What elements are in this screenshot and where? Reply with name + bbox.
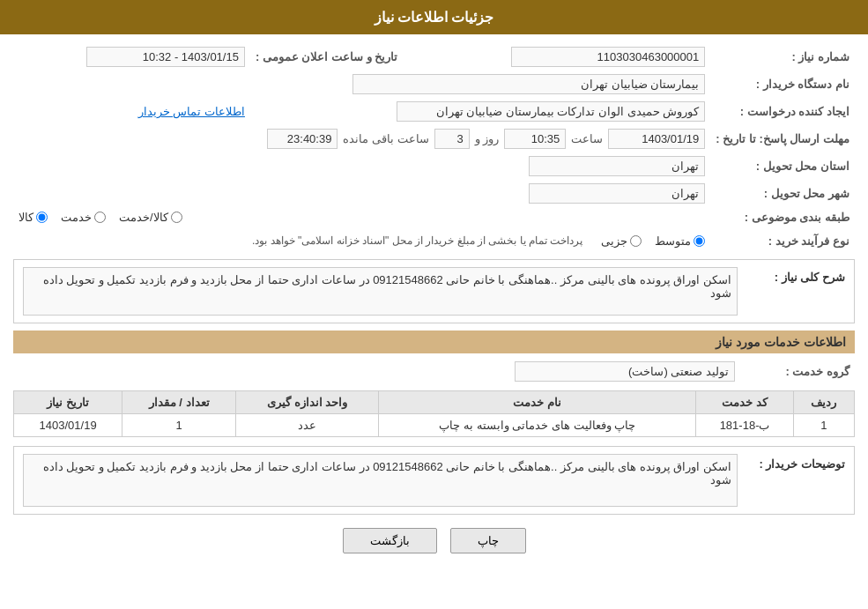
province-value: تهران bbox=[529, 156, 705, 176]
group-value: تولید صنعتی (ساخت) bbox=[515, 361, 735, 382]
cell-unit: عدد bbox=[236, 414, 379, 437]
contact-link[interactable]: اطلاعات تماس خریدار bbox=[138, 105, 245, 118]
city-label: شهر محل تحویل : bbox=[710, 180, 855, 207]
category-label: طبقه بندی موضوعی : bbox=[710, 207, 855, 227]
order-number-label: شماره نیاز : bbox=[710, 43, 855, 71]
response-day-label: روز و bbox=[475, 132, 500, 145]
table-row: 1 ب-18-181 چاپ وفعالیت های خدماتی وابسته… bbox=[14, 414, 855, 437]
cell-code: ب-18-181 bbox=[696, 414, 794, 437]
col-date: تاریخ نیاز bbox=[14, 391, 122, 414]
col-name: نام خدمت bbox=[379, 391, 696, 414]
buyer-org-value: بیمارستان ضیابیان تهران bbox=[352, 74, 705, 94]
buyer-desc-label: توضیحات خریدار : bbox=[739, 454, 845, 507]
announce-date-label: تاریخ و ساعت اعلان عمومی : bbox=[250, 43, 424, 71]
col-row: ردیف bbox=[793, 391, 854, 414]
group-label: گروه خدمت : bbox=[740, 358, 855, 385]
buyer-desc-section: توضیحات خریدار : اسکن اوراق پرونده های ب… bbox=[13, 446, 855, 515]
general-desc-label: شرح کلی نیاز : bbox=[739, 267, 845, 316]
response-deadline-label: مهلت ارسال پاسخ: تا تاریخ : bbox=[710, 125, 855, 152]
response-remaining-label: ساعت باقی مانده bbox=[343, 132, 428, 145]
cell-name: چاپ وفعالیت های خدماتی وابسته به چاپ bbox=[379, 414, 696, 437]
province-label: استان محل تحویل : bbox=[710, 152, 855, 180]
buyer-org-label: نام دستگاه خریدار : bbox=[710, 71, 855, 98]
action-buttons: چاپ بازگشت bbox=[13, 528, 855, 553]
process-option-jozii[interactable]: جزیی bbox=[601, 234, 642, 248]
cell-date: 1403/01/19 bbox=[14, 414, 122, 437]
response-remaining-value: 23:40:39 bbox=[267, 129, 338, 149]
announce-date-value: 1403/01/15 - 10:32 bbox=[86, 47, 245, 67]
general-desc-value: اسکن اوراق پرونده های بالینی مرکز ..هماه… bbox=[23, 267, 738, 316]
cell-qty: 1 bbox=[122, 414, 236, 437]
category-option-kala[interactable]: کالا bbox=[19, 211, 48, 224]
buyer-desc-value: اسکن اوراق پرونده های بالینی مرکز ..هماه… bbox=[23, 454, 738, 507]
order-number-value: 1103030463000001 bbox=[511, 47, 705, 67]
back-button[interactable]: بازگشت bbox=[343, 528, 437, 553]
col-qty: تعداد / مقدار bbox=[122, 391, 236, 414]
cell-row: 1 bbox=[793, 414, 854, 437]
service-info-title: اطلاعات خدمات مورد نیاز bbox=[13, 330, 855, 353]
page-header: جزئیات اطلاعات نیاز bbox=[0, 0, 868, 34]
col-unit: واحد اندازه گیری bbox=[236, 391, 379, 414]
page-title: جزئیات اطلاعات نیاز bbox=[375, 10, 494, 25]
response-date-value: 1403/01/19 bbox=[608, 129, 705, 149]
city-value: تهران bbox=[529, 183, 705, 204]
process-note: پرداخت تمام یا بخشی از مبلغ خریدار از مح… bbox=[247, 231, 588, 250]
category-option-khadmat[interactable]: خدمت bbox=[61, 211, 106, 224]
general-desc-section: شرح کلی نیاز : اسکن اوراق پرونده های بال… bbox=[13, 259, 855, 323]
process-label: نوع فرآیند خرید : bbox=[710, 227, 855, 254]
response-days-value: 3 bbox=[434, 129, 470, 149]
category-option-kala-khadmat[interactable]: کالا/خدمت bbox=[119, 211, 182, 224]
col-code: کد خدمت bbox=[696, 391, 794, 414]
response-time-value: 10:35 bbox=[504, 129, 566, 149]
response-time-label: ساعت bbox=[571, 132, 603, 145]
print-button[interactable]: چاپ bbox=[450, 528, 526, 553]
creator-value: کوروش حمیدی الوان تدارکات بیمارستان ضیاب… bbox=[397, 101, 705, 122]
creator-label: ایجاد کننده درخواست : bbox=[710, 98, 855, 125]
process-option-motaset[interactable]: متوسط bbox=[655, 234, 705, 248]
services-table: ردیف کد خدمت نام خدمت واحد اندازه گیری ت… bbox=[13, 390, 855, 437]
